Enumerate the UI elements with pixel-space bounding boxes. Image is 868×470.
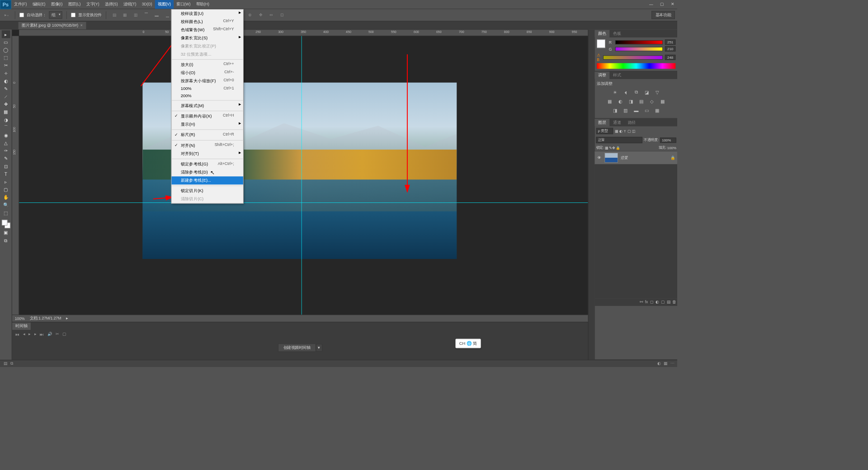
photo-filter-icon[interactable]: ▤ xyxy=(637,98,645,105)
view-menu-item[interactable]: 屏幕模式(M)▶ xyxy=(171,102,243,110)
tool-13[interactable]: ◉ xyxy=(2,131,10,139)
channel-mixer-icon[interactable]: ◇ xyxy=(648,98,656,105)
document-tab-close[interactable]: × xyxy=(80,24,83,28)
ruler-horizontal[interactable]: 0501001502002503003504004505005506006507… xyxy=(19,30,588,36)
color-preview-swatch[interactable] xyxy=(597,39,605,48)
tab-timeline[interactable]: 时间轴 xyxy=(12,323,31,330)
timeline-next-icon[interactable]: ▸ xyxy=(34,332,37,337)
timeline-audio-icon[interactable]: 🔊 xyxy=(47,332,52,337)
tool-15[interactable]: ✑ xyxy=(2,147,10,155)
screen-mode-icon[interactable]: ⧉ xyxy=(2,237,10,244)
tool-7[interactable]: ✎ xyxy=(2,85,10,92)
menu-item-10[interactable]: 帮助(H) xyxy=(193,0,212,9)
view-menu-item[interactable]: 放大(I)Ctrl++ xyxy=(171,61,243,69)
layer-filter-kind[interactable]: ρ 类型 xyxy=(596,128,613,134)
view-menu-item[interactable]: ✓显示额外内容(X)Ctrl+H xyxy=(171,112,243,120)
layer-row-background[interactable]: 👁 背景 🔒 xyxy=(594,151,677,164)
link-layers-icon[interactable]: ⚯ xyxy=(640,300,643,305)
r-slider[interactable] xyxy=(615,40,663,44)
menu-item-8[interactable]: 视图(V) xyxy=(155,0,174,9)
menu-item-2[interactable]: 图像(I) xyxy=(48,0,66,9)
posterize-icon[interactable]: ▥ xyxy=(622,107,629,114)
layer-fx-icon[interactable]: fx xyxy=(645,300,648,305)
view-menu-item[interactable]: 色域警告(W)Shift+Ctrl+Y xyxy=(171,26,243,34)
visibility-icon[interactable]: 👁 xyxy=(596,155,603,160)
tool-5[interactable]: ✧ xyxy=(2,69,10,77)
view-menu-item[interactable]: 对齐到(T)▶ xyxy=(171,150,243,158)
align-top-icon[interactable]: ▔ xyxy=(142,11,150,19)
vibrance-icon[interactable]: ▽ xyxy=(653,89,661,96)
menu-item-4[interactable]: 文字(Y) xyxy=(84,0,102,9)
auto-select-dropdown[interactable]: 组 xyxy=(49,11,62,19)
tool-17[interactable]: ⊡ xyxy=(2,162,10,170)
create-timeline-dropdown[interactable]: ▾ xyxy=(316,344,322,351)
ime-indicator[interactable]: CH 🌐 简 xyxy=(455,338,481,348)
3d-roll-icon[interactable]: ⊕ xyxy=(246,11,254,19)
footer-icon-r1[interactable]: ◐ xyxy=(657,361,661,366)
fg-color-swatch[interactable] xyxy=(2,220,7,225)
menu-item-0[interactable]: 文件(F) xyxy=(11,0,30,9)
tool-22[interactable]: 🔍 xyxy=(2,201,10,209)
3d-pan-icon[interactable]: ✥ xyxy=(257,11,264,19)
document-tab[interactable]: 图片素材.jpeg @ 100%(RGB/8#) × xyxy=(19,22,86,29)
align-left-icon[interactable]: ▤ xyxy=(110,11,118,19)
exposure-icon[interactable]: ◪ xyxy=(643,89,651,96)
maximize-button[interactable]: ▢ xyxy=(656,0,667,9)
view-menu-item[interactable]: ✓对齐(N)Shift+Ctrl+; xyxy=(171,141,243,150)
lock-all-icon[interactable]: 🔒 xyxy=(616,146,620,150)
menu-item-1[interactable]: 编辑(E) xyxy=(30,0,48,9)
layer-mask-icon[interactable]: ◻ xyxy=(650,300,653,305)
layer-thumbnail[interactable] xyxy=(604,153,618,163)
guide-vertical[interactable] xyxy=(302,36,302,360)
tool-11[interactable]: ◑ xyxy=(2,116,10,123)
create-video-timeline-button[interactable]: 创建视频时间轴 xyxy=(278,343,316,352)
invert-icon[interactable]: ◨ xyxy=(611,107,619,114)
tool-8[interactable]: ⟋ xyxy=(2,93,10,100)
color-balance-icon[interactable]: ◐ xyxy=(616,98,624,105)
align-right-icon[interactable]: ▥ xyxy=(132,11,139,19)
doc-info[interactable]: 文档:1.27M/1.27M xyxy=(30,316,61,321)
filter-type-icon[interactable]: T xyxy=(624,129,626,133)
filter-shape-icon[interactable]: ▢ xyxy=(627,129,631,133)
tab-layers[interactable]: 图层 xyxy=(594,119,609,126)
tool-19[interactable]: ▹ xyxy=(2,178,10,185)
workspace-switcher[interactable]: 基本功能 xyxy=(651,11,675,19)
menu-item-3[interactable]: 图层(L) xyxy=(66,0,84,9)
timeline-play-icon[interactable]: ▸ xyxy=(28,332,31,337)
menu-item-6[interactable]: 滤镜(T) xyxy=(121,0,139,9)
tool-21[interactable]: ✋ xyxy=(2,193,10,201)
tool-20[interactable]: ▢ xyxy=(2,186,10,193)
view-menu-item[interactable]: 像素长宽比(S)▶ xyxy=(171,34,243,42)
tool-10[interactable]: ▦ xyxy=(2,108,10,116)
tool-2[interactable]: ◯ xyxy=(2,46,10,53)
tool-6[interactable]: ◐ xyxy=(2,77,10,85)
align-center-h-icon[interactable]: ▦ xyxy=(121,11,129,19)
ruler-vertical[interactable]: 050100150 xyxy=(12,36,19,360)
footer-icon-r2[interactable]: ▦ xyxy=(664,361,667,366)
doc-info-arrow[interactable]: ▸ xyxy=(66,316,68,321)
footer-icon-r3[interactable]: ⋯ xyxy=(670,361,675,366)
align-bottom-icon[interactable]: ▁ xyxy=(163,11,171,19)
tool-3[interactable]: ⬚ xyxy=(2,54,10,61)
threshold-icon[interactable]: ▬ xyxy=(632,107,640,114)
3d-slide-icon[interactable]: ⇔ xyxy=(267,11,275,19)
timeline-split-icon[interactable]: ✂ xyxy=(56,332,59,337)
gradient-map-icon[interactable]: ▭ xyxy=(643,107,651,114)
close-window-button[interactable]: ✕ xyxy=(667,0,677,9)
tool-12[interactable]: ⌒ xyxy=(2,123,10,131)
selective-color-icon[interactable]: ▦ xyxy=(653,107,661,114)
tool-23[interactable]: ⬚ xyxy=(2,209,10,216)
bw-icon[interactable]: ◨ xyxy=(627,98,635,105)
color-swatches[interactable] xyxy=(2,220,10,228)
align-center-v-icon[interactable]: ▬ xyxy=(153,11,160,19)
3d-zoom-icon[interactable]: ⊡ xyxy=(278,11,286,19)
view-menu-item[interactable]: 锁定参考线(G)Alt+Ctrl+; xyxy=(171,160,243,168)
filter-adjust-icon[interactable]: ◐ xyxy=(619,129,623,133)
tab-paths[interactable]: 路径 xyxy=(624,119,639,126)
tab-adjustments[interactable]: 调整 xyxy=(594,71,609,79)
menu-item-9[interactable]: 窗口(W) xyxy=(174,0,193,9)
tool-4[interactable]: ✂ xyxy=(2,61,10,69)
delete-layer-icon[interactable]: 🗑 xyxy=(672,300,676,305)
canvas-area[interactable]: 0501001502002503003504004505005506006507… xyxy=(12,30,588,360)
menu-item-5[interactable]: 选择(S) xyxy=(102,0,121,9)
